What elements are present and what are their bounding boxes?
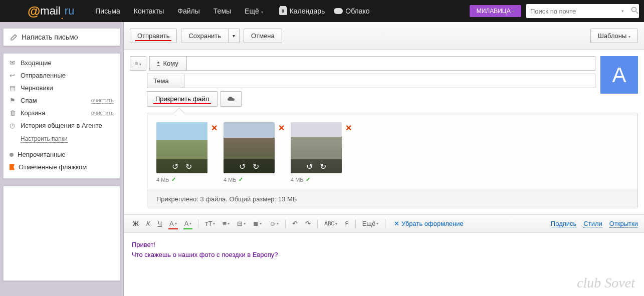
sidebar-ad-box — [3, 186, 120, 281]
nav-mail[interactable]: Письма — [89, 4, 126, 18]
cards-link[interactable]: Открытки — [609, 220, 638, 228]
spam-icon: ⚑ — [10, 97, 17, 104]
search-icon[interactable] — [627, 7, 642, 16]
compose-button[interactable]: Написать письмо — [3, 28, 120, 46]
save-group: Сохранить ▾ — [181, 29, 240, 43]
attach-cloud-button[interactable] — [221, 91, 242, 107]
cloud-link[interactable]: Облако — [334, 7, 369, 15]
cancel-button[interactable]: Отмена — [244, 29, 282, 43]
search-dropdown[interactable]: ▾ — [618, 9, 627, 14]
filter-unread[interactable]: Непрочитанные — [4, 148, 120, 161]
subject-input[interactable] — [184, 74, 595, 88]
dot-icon — [10, 153, 14, 157]
flag-icon — [10, 164, 15, 170]
rotate-right-icon[interactable]: ↻ — [185, 162, 192, 171]
format-indent-button[interactable]: ⊟▾ — [234, 218, 249, 229]
header-right: МИЛАВИЦА ▾ ▾ — [470, 4, 639, 18]
save-button[interactable]: Сохранить — [181, 29, 229, 43]
filter-flagged[interactable]: Отмеченные флажком — [4, 161, 120, 173]
logo[interactable]: @ mail . ru — [28, 4, 74, 19]
separator — [385, 219, 385, 228]
format-bgcolor-button[interactable]: А▾ — [181, 218, 195, 229]
reply-icon: ↩ — [10, 72, 17, 79]
attachment-2: ↺↻ ✕ 4 МБ ✓ — [224, 122, 275, 183]
format-undo-button[interactable]: ↶ — [289, 218, 301, 229]
spam-clear[interactable]: очистить — [91, 97, 114, 104]
user-badge[interactable]: МИЛАВИЦА ▾ — [470, 5, 521, 17]
nav-files[interactable]: Файлы — [171, 4, 205, 18]
attachment-thumb[interactable]: ↺↻ — [224, 122, 275, 173]
format-italic-button[interactable]: К — [143, 218, 153, 229]
cloud-icon — [334, 8, 343, 14]
check-icon: ✓ — [171, 176, 176, 183]
attachment-delete[interactable]: ✕ — [345, 123, 352, 133]
format-emoji-button[interactable]: ☺▾ — [266, 218, 282, 229]
format-translate-button[interactable]: Я — [342, 219, 351, 228]
format-more-button[interactable]: Ещё▾ — [359, 218, 382, 229]
folder-list: ✉ Входящие ↩ Отправленные ▤ Черновики ⚑ … — [3, 53, 120, 179]
format-align-button[interactable]: ≡▾ — [220, 218, 233, 229]
main-pane: Отправить Сохранить ▾ Отмена Шаблоны ▾ ≡… — [123, 22, 644, 296]
person-icon — [156, 61, 161, 66]
trash-clear[interactable]: очистить — [91, 110, 114, 116]
rotate-right-icon[interactable]: ↻ — [253, 162, 259, 171]
attach-file-button[interactable]: Прикрепить файл — [147, 91, 218, 107]
separator — [317, 219, 318, 228]
folder-sent[interactable]: ↩ Отправленные — [4, 69, 120, 82]
send-button[interactable]: Отправить — [130, 29, 177, 43]
nav-contacts[interactable]: Контакты — [128, 4, 170, 18]
folder-drafts[interactable]: ▤ Черновики — [4, 82, 120, 94]
to-input[interactable] — [187, 56, 595, 71]
format-fontsize-button[interactable]: тТ▾ — [202, 218, 218, 229]
message-body-editor[interactable]: Привет! Что скажешь о наших фото с поезд… — [124, 233, 644, 296]
signature-link[interactable]: Подпись — [551, 220, 576, 228]
folder-settings-link[interactable]: Настроить папки — [21, 135, 68, 143]
folder-spam[interactable]: ⚑ Спам очистить — [4, 94, 120, 107]
search-input[interactable] — [526, 8, 618, 15]
format-list-button[interactable]: ≣▾ — [250, 218, 265, 229]
attachments-summary: Прикреплено: 3 файла. Общий размер: 13 М… — [147, 190, 637, 208]
folder-history[interactable]: ◷ История общения в Агенте — [4, 119, 120, 132]
subject-label-button[interactable]: Тема — [147, 74, 184, 88]
calendar-icon: 8 — [279, 7, 287, 15]
nav-more[interactable]: Ещё ▾ — [239, 4, 269, 18]
rotate-left-icon[interactable]: ↺ — [306, 162, 313, 171]
cloud-icon — [227, 96, 235, 101]
format-clear-button[interactable]: ✕ Убрать оформление — [394, 220, 463, 227]
save-dropdown[interactable]: ▾ — [229, 29, 240, 43]
format-spellcheck-button[interactable]: АВС▾ — [321, 219, 340, 228]
logo-at: @ — [28, 4, 40, 19]
format-textcolor-button[interactable]: А▾ — [166, 218, 180, 229]
attachment-thumb[interactable]: ↺↻ — [291, 122, 342, 173]
svg-line-1 — [636, 12, 638, 14]
calendar-link[interactable]: 8 Календарь — [279, 7, 325, 15]
logo-dot: . — [61, 9, 65, 13]
rotate-left-icon[interactable]: ↺ — [172, 162, 178, 171]
folder-inbox[interactable]: ✉ Входящие — [4, 57, 120, 69]
attachment-delete[interactable]: ✕ — [278, 123, 285, 133]
compose-toolbar: Отправить Сохранить ▾ Отмена Шаблоны ▾ — [124, 22, 644, 50]
format-bold-button[interactable]: Ж — [130, 218, 142, 229]
inbox-icon: ✉ — [10, 59, 17, 67]
header-bar: @ mail . ru Письма Контакты Файлы Темы Е… — [0, 0, 644, 22]
check-icon: ✓ — [306, 176, 310, 183]
styles-link[interactable]: Стили — [583, 220, 602, 228]
attachments-box: ↺↻ ✕ 4 МБ ✓ ↺↻ ✕ 4 МБ ✓ ↺↻ ✕ — [147, 113, 638, 208]
compose-area: ≡ ▾ Кому Тема Прикрепить файл — [124, 50, 644, 113]
rotate-right-icon[interactable]: ↻ — [320, 162, 326, 171]
format-redo-button[interactable]: ↷ — [302, 218, 314, 229]
to-label-button[interactable]: Кому — [149, 56, 187, 71]
attachment-delete[interactable]: ✕ — [211, 123, 218, 133]
templates-button[interactable]: Шаблоны ▾ — [590, 29, 638, 43]
logo-mail: mail — [40, 5, 60, 18]
filter-list: Непрочитанные Отмеченные флажком — [4, 146, 120, 175]
folder-trash[interactable]: 🗑 Корзина очистить — [4, 107, 120, 119]
nav-themes[interactable]: Темы — [207, 4, 237, 18]
sidebar: Написать письмо ✉ Входящие ↩ Отправленны… — [0, 22, 123, 296]
rotate-left-icon[interactable]: ↺ — [239, 162, 246, 171]
attachment-thumb[interactable]: ↺↻ — [156, 122, 207, 173]
format-underline-button[interactable]: Ч — [154, 218, 165, 229]
main-nav: Письма Контакты Файлы Темы Ещё ▾ — [89, 4, 269, 18]
format-toolbar: Ж К Ч А▾ А▾ тТ▾ ≡▾ ⊟▾ ≣▾ ☺▾ ↶ ↷ АВС▾ Я Е… — [124, 214, 644, 233]
fields-menu-button[interactable]: ≡ ▾ — [130, 56, 146, 71]
